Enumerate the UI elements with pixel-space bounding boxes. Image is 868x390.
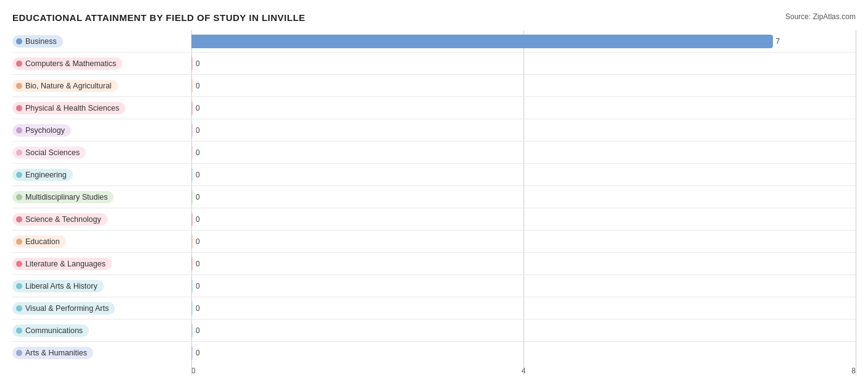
bar-label: Communications: [25, 326, 83, 335]
label-area: Visual & Performing Arts: [12, 302, 191, 315]
label-dot: [16, 61, 22, 67]
label-pill: Arts & Humanities: [12, 347, 93, 359]
label-area: Communications: [12, 324, 191, 337]
bar-section: 7: [191, 30, 856, 52]
chart-source: Source: ZipAtlas.com: [785, 12, 856, 21]
bar: [191, 124, 193, 137]
label-dot: [16, 261, 22, 267]
bar: [191, 35, 773, 48]
bar: [191, 257, 193, 271]
x-axis-label: 4: [196, 367, 852, 375]
bar-label: Arts & Humanities: [25, 349, 87, 357]
bar-label: Psychology: [25, 126, 65, 135]
bar: [191, 324, 193, 337]
x-axis-label: 8: [851, 367, 856, 375]
bar-label: Education: [25, 237, 60, 246]
label-area: Social Sciences: [12, 146, 191, 159]
label-area: Literature & Languages: [12, 258, 191, 270]
label-area: Business: [12, 35, 191, 48]
bar-value: 0: [196, 326, 200, 335]
bar-section: 0: [191, 253, 856, 274]
bar-section: 0: [191, 342, 856, 364]
label-pill: Physical & Health Sciences: [12, 102, 125, 114]
label-area: Arts & Humanities: [12, 347, 191, 359]
bar: [191, 302, 193, 315]
label-pill: Bio, Nature & Agricultural: [12, 80, 118, 92]
bar-value: 0: [196, 171, 200, 179]
bar-row: Arts & Humanities0: [12, 342, 856, 364]
bar-section: 0: [191, 142, 856, 163]
bar-label: Literature & Languages: [25, 260, 106, 268]
bar: [191, 146, 193, 159]
bar-value: 0: [196, 237, 200, 246]
bar-section: 0: [191, 297, 856, 319]
bar-label: Engineering: [25, 171, 67, 179]
bar-label: Physical & Health Sciences: [25, 104, 119, 112]
grid-line: [856, 30, 856, 375]
label-pill: Multidisciplinary Studies: [12, 191, 114, 203]
label-pill: Business: [12, 35, 63, 48]
label-dot: [16, 38, 22, 45]
label-dot: [16, 127, 22, 134]
bar-value: 0: [196, 282, 200, 290]
chart-title: EDUCATIONAL ATTAINMENT BY FIELD OF STUDY…: [12, 12, 306, 23]
label-area: Liberal Arts & History: [12, 280, 191, 292]
bar-label: Bio, Nature & Agricultural: [25, 82, 112, 90]
bar: [191, 279, 193, 293]
bar-row: Science & Technology0: [12, 208, 856, 231]
bar: [191, 101, 193, 115]
chart-rows-wrapper: Business7Computers & Mathematics0Bio, Na…: [12, 30, 856, 375]
bar-row: Business7: [12, 30, 856, 53]
bar-label: Science & Technology: [25, 215, 101, 224]
chart-header: EDUCATIONAL ATTAINMENT BY FIELD OF STUDY…: [12, 12, 856, 23]
label-dot: [16, 350, 22, 356]
label-area: Science & Technology: [12, 213, 191, 226]
bar-label: Social Sciences: [25, 148, 80, 157]
bar-row: Physical & Health Sciences0: [12, 97, 856, 119]
bar: [191, 168, 193, 182]
bar-value: 0: [196, 193, 200, 201]
label-area: Bio, Nature & Agricultural: [12, 80, 191, 92]
bar-label: Business: [25, 37, 57, 46]
bar-row: Communications0: [12, 320, 856, 342]
bar-row: Education0: [12, 231, 856, 253]
label-pill: Science & Technology: [12, 213, 107, 226]
label-pill: Communications: [12, 324, 89, 337]
bar-label: Multidisciplinary Studies: [25, 193, 107, 201]
bar-value: 0: [196, 215, 200, 224]
label-dot: [16, 216, 22, 223]
label-dot: [16, 305, 22, 312]
bar-value: 0: [196, 148, 200, 157]
bar-row: Literature & Languages0: [12, 253, 856, 275]
chart-container: EDUCATIONAL ATTAINMENT BY FIELD OF STUDY…: [0, 6, 868, 390]
x-axis-label: 0: [191, 367, 196, 375]
bar-row: Bio, Nature & Agricultural0: [12, 75, 856, 97]
bar-section: 0: [191, 164, 856, 185]
label-dot: [16, 283, 22, 289]
label-dot: [16, 83, 22, 89]
label-pill: Computers & Mathematics: [12, 57, 122, 70]
label-pill: Psychology: [12, 124, 71, 137]
label-area: Education: [12, 235, 191, 248]
bar-section: 0: [191, 208, 856, 230]
label-pill: Education: [12, 235, 66, 248]
bar-section: 0: [191, 53, 856, 74]
bar: [191, 79, 193, 93]
bar-section: 0: [191, 186, 856, 208]
bar-value: 7: [776, 37, 780, 46]
bar-row: Computers & Mathematics0: [12, 53, 856, 75]
bar-section: 0: [191, 231, 856, 252]
bar-value: 0: [196, 104, 200, 112]
bar: [191, 57, 193, 70]
bar-value: 0: [196, 82, 200, 90]
label-dot: [16, 150, 22, 156]
label-area: Engineering: [12, 169, 191, 181]
label-pill: Literature & Languages: [12, 258, 112, 270]
bar-value: 0: [196, 349, 200, 357]
x-axis: 048: [12, 367, 856, 375]
bar-row: Visual & Performing Arts0: [12, 297, 856, 320]
bar-row: Engineering0: [12, 164, 856, 186]
label-dot: [16, 239, 22, 245]
label-pill: Engineering: [12, 169, 73, 181]
label-dot: [16, 105, 22, 111]
